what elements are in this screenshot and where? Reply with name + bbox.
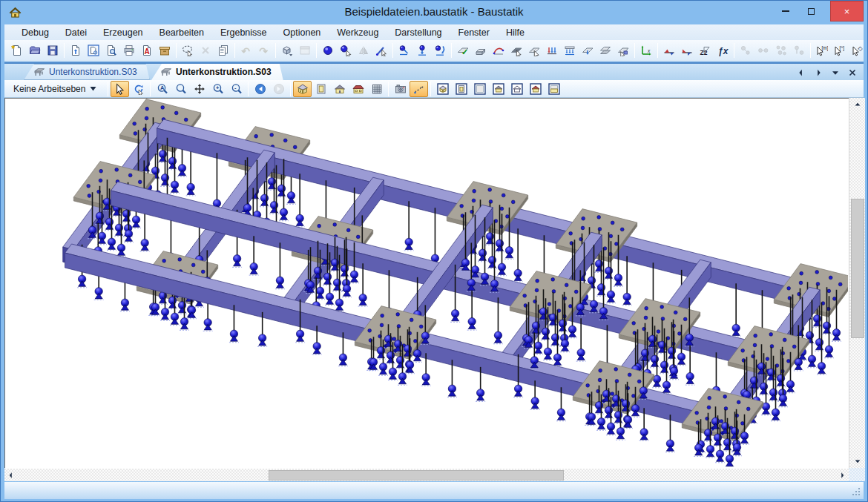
undo[interactable]: ↶	[237, 42, 255, 59]
local-axes[interactable]: x	[637, 42, 655, 59]
node-result-3[interactable]	[772, 42, 790, 59]
menu-ergebnisse[interactable]: Ergebnisse	[212, 26, 275, 39]
surface-load[interactable]	[579, 42, 596, 59]
stored-view-house[interactable]	[489, 81, 507, 97]
model-viewport[interactable]	[4, 98, 849, 468]
zoom-out[interactable]: -	[227, 81, 246, 97]
plate-offset[interactable]	[614, 42, 632, 59]
title-bar[interactable]: Beispieldateien.baustatik - Baustatik ×	[1, 1, 867, 24]
menu-darstellung[interactable]: Darstellung	[387, 26, 450, 39]
create-node[interactable]	[319, 42, 337, 59]
plate-stack[interactable]	[596, 42, 614, 59]
toolbar-separator	[316, 43, 317, 58]
horizontal-scrollbar[interactable]	[4, 468, 849, 481]
pan-view[interactable]	[190, 81, 208, 97]
print-preview-frame[interactable]	[85, 42, 102, 59]
node-result-2[interactable]	[754, 42, 772, 59]
node-result-1[interactable]	[737, 42, 754, 59]
area-load[interactable]	[561, 42, 579, 59]
node-result-4[interactable]	[790, 42, 808, 59]
create-beam[interactable]	[372, 42, 390, 59]
print[interactable]	[120, 42, 138, 59]
render-mode-dropdown[interactable]	[278, 42, 296, 59]
select-node[interactable]	[337, 42, 355, 59]
workplane-select[interactable]: Keine Arbeitseben	[9, 82, 102, 96]
lasso-select[interactable]	[179, 42, 197, 59]
stored-view-front[interactable]	[452, 81, 470, 97]
edit-plate[interactable]	[507, 42, 525, 59]
close-button[interactable]: ×	[830, 1, 864, 22]
pdf-export[interactable]: A	[138, 42, 156, 59]
zoom-in[interactable]: +	[208, 81, 227, 97]
stored-view-outline[interactable]	[507, 81, 526, 97]
shear-diagram[interactable]	[678, 42, 696, 59]
mirror-elements[interactable]	[355, 42, 372, 59]
pick-member[interactable]: [m]	[813, 42, 831, 59]
horizontal-scroll-thumb[interactable]	[269, 470, 564, 480]
view-side[interactable]	[349, 81, 367, 97]
pick-point[interactable]: ◇	[849, 42, 864, 59]
archive-project[interactable]	[156, 42, 174, 59]
export-file[interactable]	[67, 42, 85, 59]
vertical-scroll-thumb[interactable]	[851, 199, 864, 338]
view-isometric[interactable]	[293, 81, 312, 97]
menu-debug[interactable]: Debug	[13, 26, 57, 39]
menu-hilfe[interactable]: Hilfe	[498, 26, 533, 39]
open-file[interactable]	[26, 42, 44, 59]
member-curve[interactable]	[490, 42, 507, 59]
menu-optionen[interactable]: Optionen	[275, 26, 329, 39]
stored-view-iso[interactable]	[433, 81, 452, 97]
tab-list-dropdown[interactable]	[830, 67, 841, 78]
camera-path[interactable]	[410, 81, 428, 97]
render-image[interactable]	[391, 81, 410, 97]
stored-view-section[interactable]	[545, 81, 563, 97]
select-pointer[interactable]	[111, 81, 129, 97]
menu-werkzeug[interactable]: Werkzeug	[329, 26, 387, 39]
redo[interactable]: ↷	[255, 42, 273, 59]
function-editor[interactable]: ƒx	[714, 42, 731, 59]
node-support[interactable]	[395, 42, 413, 59]
view-front[interactable]	[312, 81, 330, 97]
tab-scroll-right[interactable]	[813, 67, 823, 78]
scroll-left-arrow[interactable]	[6, 469, 16, 482]
document-tab-1[interactable]: Unterkonstruktion.S03	[24, 64, 150, 80]
stored-view-roof[interactable]	[526, 81, 545, 97]
menu-erzeugen[interactable]: Erzeugen	[95, 26, 151, 39]
moment-diagram[interactable]	[660, 42, 678, 59]
view-next[interactable]	[269, 81, 288, 97]
scroll-up-arrow[interactable]	[849, 99, 866, 110]
node-load[interactable]	[413, 42, 431, 59]
new-file[interactable]	[8, 42, 26, 59]
tab-scroll-left[interactable]	[796, 67, 806, 78]
document-tab-2[interactable]: Unterkonstruktion.S03	[151, 64, 283, 80]
save-file[interactable]	[44, 42, 62, 59]
check-plate[interactable]: ✓	[454, 42, 472, 59]
copy[interactable]	[214, 42, 232, 59]
minimize-button[interactable]	[775, 1, 796, 22]
stored-view-blank[interactable]	[470, 81, 489, 97]
detach-window[interactable]	[296, 42, 314, 59]
delete[interactable]	[197, 42, 214, 59]
resize-grip[interactable]	[852, 488, 861, 497]
pick-set[interactable]: [^]	[831, 42, 849, 59]
tab-close[interactable]	[847, 67, 858, 78]
menu-fenster[interactable]: Fenster	[450, 26, 498, 39]
vertical-scrollbar[interactable]	[849, 98, 865, 468]
menu-bearbeiten[interactable]: Bearbeiten	[151, 26, 212, 39]
z2-diagram[interactable]: Z2	[696, 42, 714, 59]
scroll-down-arrow[interactable]	[849, 456, 866, 466]
scroll-right-arrow[interactable]	[837, 469, 847, 482]
view-elevation[interactable]	[330, 81, 349, 97]
zoom-all[interactable]: A	[153, 81, 171, 97]
node-spring[interactable]	[431, 42, 449, 59]
create-extrusion[interactable]	[472, 42, 490, 59]
menu-datei[interactable]: Datei	[57, 26, 95, 39]
print-preview[interactable]	[102, 42, 120, 59]
toggle-grid[interactable]	[367, 81, 386, 97]
plate-outline[interactable]	[525, 42, 543, 59]
zoom-window[interactable]	[171, 81, 190, 97]
orbit-view[interactable]	[129, 81, 148, 97]
maximize-button[interactable]	[800, 1, 822, 22]
line-load[interactable]	[543, 42, 561, 59]
view-previous[interactable]	[251, 81, 269, 97]
